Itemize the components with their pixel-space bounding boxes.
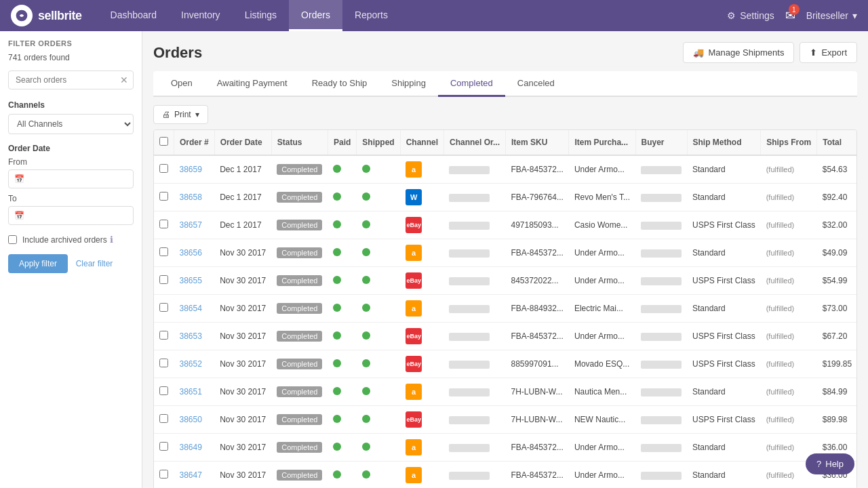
row-checkbox[interactable] bbox=[159, 359, 168, 367]
export-button[interactable]: ⬆ Export bbox=[800, 42, 857, 63]
order-link[interactable]: 38651 bbox=[180, 387, 202, 396]
row-checkbox[interactable] bbox=[159, 303, 168, 312]
include-archived-checkbox[interactable] bbox=[8, 235, 17, 244]
item-purchase: Revo Men's T... bbox=[569, 184, 635, 211]
status-badge: Completed bbox=[277, 220, 322, 230]
buyer bbox=[635, 350, 687, 378]
from-date-field[interactable] bbox=[28, 174, 127, 184]
order-link[interactable]: 38657 bbox=[180, 220, 202, 230]
header-sku[interactable]: Item SKU bbox=[506, 130, 569, 155]
to-label: To bbox=[8, 194, 134, 203]
order-link[interactable]: 38654 bbox=[180, 304, 202, 313]
order-link[interactable]: 38659 bbox=[180, 165, 202, 174]
item-purchase: Under Armo... bbox=[569, 239, 635, 267]
ebay-icon: eBay bbox=[406, 328, 422, 344]
shipped-status bbox=[357, 378, 400, 406]
row-checkbox-cell bbox=[154, 462, 174, 489]
ebay-icon: eBay bbox=[406, 356, 422, 372]
row-checkbox[interactable] bbox=[159, 164, 168, 173]
channel-order bbox=[443, 295, 505, 323]
from-date-input[interactable]: 📅 bbox=[8, 169, 134, 188]
row-checkbox[interactable] bbox=[159, 220, 168, 228]
select-all-checkbox[interactable] bbox=[159, 137, 168, 146]
status-badge: Completed bbox=[277, 386, 322, 397]
order-link[interactable]: 38658 bbox=[180, 192, 202, 202]
tab-canceled[interactable]: Canceled bbox=[505, 71, 567, 97]
paid-status bbox=[328, 350, 356, 378]
settings-button[interactable]: ⚙ Settings bbox=[727, 10, 774, 21]
channel-order bbox=[443, 350, 505, 378]
row-checkbox[interactable] bbox=[159, 331, 168, 340]
order-date: Nov 30 2017 bbox=[214, 239, 271, 267]
header-item[interactable]: Item Purcha... bbox=[569, 130, 635, 155]
ship-method: Standard bbox=[687, 434, 761, 462]
ship-method: USPS First Class bbox=[687, 323, 761, 350]
tab-shipping[interactable]: Shipping bbox=[379, 71, 438, 97]
search-input[interactable] bbox=[8, 70, 134, 89]
user-menu[interactable]: Briteseller ▾ bbox=[806, 10, 857, 21]
order-link[interactable]: 38649 bbox=[180, 443, 202, 452]
help-button[interactable]: ? Help bbox=[806, 453, 854, 474]
header-total[interactable]: Total bbox=[817, 130, 857, 155]
clear-search-icon[interactable]: ✕ bbox=[120, 75, 128, 85]
header-ship-method[interactable]: Ship Method bbox=[687, 130, 761, 155]
paid-dot bbox=[333, 387, 341, 395]
buyer-blurred bbox=[641, 361, 682, 369]
row-checkbox[interactable] bbox=[159, 192, 168, 201]
order-link[interactable]: 38650 bbox=[180, 415, 202, 424]
channels-select[interactable]: All Channels bbox=[8, 114, 134, 134]
item-purchase: Under Armo... bbox=[569, 434, 635, 462]
header-channel[interactable]: Channel bbox=[400, 130, 443, 155]
header-buyer[interactable]: Buyer bbox=[635, 130, 687, 155]
nav-reports[interactable]: Reports bbox=[342, 0, 400, 31]
header-paid[interactable]: Paid bbox=[328, 130, 356, 155]
to-date-input[interactable]: 📅 bbox=[8, 206, 134, 225]
order-status: Completed bbox=[271, 155, 328, 184]
filter-actions: Apply filter Clear filter bbox=[8, 254, 134, 273]
tab-awaiting-payment[interactable]: Awaiting Payment bbox=[205, 71, 300, 97]
clear-filter-button[interactable]: Clear filter bbox=[76, 254, 113, 273]
paid-status bbox=[328, 406, 356, 434]
info-icon[interactable]: ℹ bbox=[110, 235, 113, 245]
row-checkbox[interactable] bbox=[159, 275, 168, 284]
nav-inventory[interactable]: Inventory bbox=[169, 0, 233, 31]
row-checkbox[interactable] bbox=[159, 386, 168, 395]
header-channel-order[interactable]: Channel Or... bbox=[443, 130, 505, 155]
row-checkbox[interactable] bbox=[159, 414, 168, 423]
to-date-row: To 📅 bbox=[8, 194, 134, 225]
header-shipped[interactable]: Shipped bbox=[357, 130, 400, 155]
header-order-num[interactable]: Order # bbox=[174, 130, 215, 155]
order-link[interactable]: 38655 bbox=[180, 276, 202, 285]
order-link[interactable]: 38647 bbox=[180, 470, 202, 480]
tab-open[interactable]: Open bbox=[159, 71, 205, 97]
row-checkbox[interactable] bbox=[159, 470, 168, 479]
table-row: 38659 Dec 1 2017 Completed a FBA-845372.… bbox=[154, 155, 857, 184]
nav-orders[interactable]: Orders bbox=[289, 0, 342, 31]
apply-filter-button[interactable]: Apply filter bbox=[8, 254, 68, 273]
header-order-date[interactable]: Order Date bbox=[214, 130, 271, 155]
paid-dot bbox=[333, 304, 341, 312]
row-checkbox[interactable] bbox=[159, 247, 168, 256]
order-link[interactable]: 38653 bbox=[180, 331, 202, 341]
header-ships-from[interactable]: Ships From bbox=[761, 130, 817, 155]
item-purchase: Movado ESQ... bbox=[569, 350, 635, 378]
ship-method: USPS First Class bbox=[687, 350, 761, 378]
paid-status bbox=[328, 155, 356, 184]
order-link[interactable]: 38652 bbox=[180, 359, 202, 369]
order-status: Completed bbox=[271, 184, 328, 211]
channels-label: Channels bbox=[8, 100, 134, 110]
tab-ready-to-ship[interactable]: Ready to Ship bbox=[300, 71, 380, 97]
header-status[interactable]: Status bbox=[271, 130, 328, 155]
print-button[interactable]: 🖨 Print ▾ bbox=[153, 105, 208, 124]
order-number: 38655 bbox=[174, 267, 215, 295]
ships-from: (fulfilled) bbox=[761, 155, 817, 184]
order-link[interactable]: 38656 bbox=[180, 248, 202, 258]
row-checkbox[interactable] bbox=[159, 442, 168, 451]
status-badge: Completed bbox=[277, 331, 322, 342]
nav-dashboard[interactable]: Dashboard bbox=[98, 0, 170, 31]
tab-completed[interactable]: Completed bbox=[438, 71, 505, 97]
to-date-field[interactable] bbox=[28, 211, 127, 220]
logo[interactable]: sellbrite bbox=[11, 5, 82, 26]
manage-shipments-button[interactable]: 🚚 Manage Shipments bbox=[683, 42, 794, 63]
nav-listings[interactable]: Listings bbox=[233, 0, 289, 31]
